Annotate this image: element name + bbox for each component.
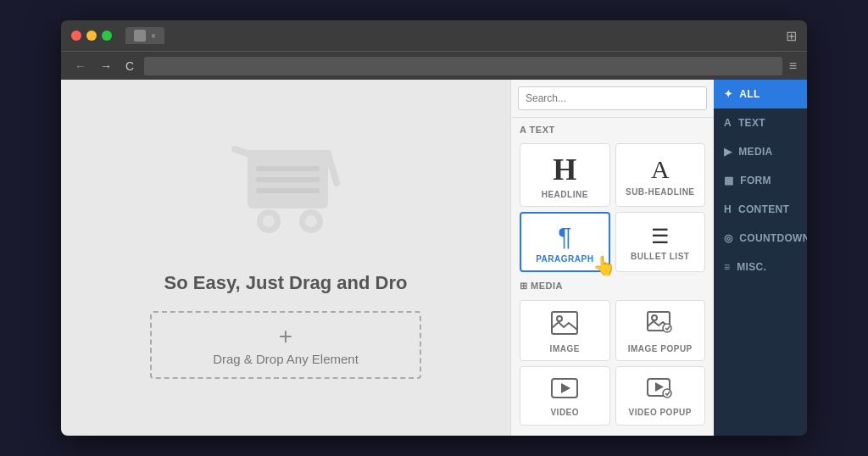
svg-point-11 — [652, 315, 657, 320]
sub-headline-element[interactable]: A SUB-HEADLINE — [615, 143, 706, 207]
misc-icon: ≡ — [724, 261, 730, 273]
text-section-label: A TEXT — [511, 118, 714, 138]
countdown-icon: ◎ — [724, 232, 732, 244]
drop-zone[interactable]: + Drag & Drop Any Element — [150, 311, 421, 379]
media-section-label: ⊞ MEDIA — [511, 277, 714, 295]
svg-rect-8 — [552, 312, 577, 334]
video-popup-label: VIDEO POPUP — [629, 408, 692, 417]
bullet-list-icon: ☰ — [651, 226, 670, 247]
element-panel: A TEXT H HEADLINE A SUB-HEADLINE ¶ — [510, 80, 714, 436]
url-bar[interactable] — [144, 57, 782, 75]
svg-marker-16 — [655, 382, 664, 392]
minimize-button[interactable] — [86, 31, 97, 41]
canvas-headline: So Easy, Just Drag and Dro — [164, 272, 408, 294]
svg-rect-2 — [256, 177, 320, 182]
image-element[interactable]: IMAGE — [520, 300, 610, 361]
svg-point-7 — [305, 215, 317, 227]
image-popup-element[interactable]: IMAGE POPUP — [615, 300, 706, 361]
cart-svg — [218, 136, 353, 255]
drop-zone-label: Drag & Drop Any Element — [213, 352, 359, 366]
back-button[interactable]: ← — [71, 58, 90, 75]
image-icon — [551, 311, 578, 339]
window-menu-icon[interactable]: ⊞ — [786, 28, 797, 44]
headline-element[interactable]: H HEADLINE — [520, 143, 610, 207]
media-icon: ▶ — [724, 146, 732, 158]
svg-point-17 — [663, 389, 671, 398]
headline-label: HEADLINE — [542, 190, 588, 199]
sidebar-item-content[interactable]: H CONTENT — [714, 195, 807, 224]
tab-favicon — [134, 30, 146, 42]
sidebar-item-countdown[interactable]: ◎ COUNTDOWN — [714, 224, 807, 253]
image-popup-icon — [647, 311, 674, 339]
svg-point-5 — [263, 215, 275, 227]
svg-marker-14 — [561, 383, 570, 393]
sidebar-item-all[interactable]: ✦ ALL — [714, 80, 807, 108]
sidebar-item-media[interactable]: ▶ MEDIA — [714, 137, 807, 166]
browser-tab[interactable]: × — [125, 27, 164, 44]
sidebar-item-form-label: FORM — [740, 175, 771, 186]
svg-point-12 — [663, 324, 671, 332]
sidebar-item-all-label: ALL — [739, 88, 760, 100]
content-icon: H — [724, 203, 732, 215]
maximize-button[interactable] — [102, 31, 112, 41]
svg-rect-1 — [256, 166, 320, 171]
sidebar-item-misc[interactable]: ≡ MISC. — [714, 253, 807, 281]
refresh-button[interactable]: C — [122, 58, 137, 75]
bullet-list-element[interactable]: ☰ BULLET LIST — [615, 212, 706, 272]
forward-button[interactable]: → — [97, 58, 115, 75]
address-bar: ← → C ≡ — [61, 51, 807, 80]
video-element[interactable]: VIDEO — [520, 366, 610, 425]
video-popup-element[interactable]: VIDEO POPUP — [615, 366, 706, 425]
sidebar-item-media-label: MEDIA — [738, 146, 772, 158]
video-icon — [551, 378, 578, 403]
close-button[interactable] — [71, 31, 81, 41]
sidebar-item-countdown-label: COUNTDOWN — [739, 232, 807, 244]
title-bar: × ⊞ — [61, 20, 807, 51]
element-search-input[interactable] — [518, 86, 707, 110]
sub-headline-icon: A — [651, 157, 670, 182]
paragraph-element[interactable]: ¶ PARAGRAPH 👆 — [520, 212, 610, 272]
text-icon: A — [724, 117, 732, 129]
media-elements-grid: IMAGE IMAGE PO — [511, 295, 714, 431]
tab-area: × — [125, 27, 164, 44]
panel-search-area — [511, 80, 714, 118]
all-icon: ✦ — [724, 88, 732, 100]
sidebar-item-misc-label: MISC. — [737, 261, 766, 273]
cart-illustration — [218, 136, 353, 255]
drop-zone-plus-icon: + — [279, 325, 292, 348]
sidebar-item-text[interactable]: A TEXT — [714, 108, 807, 137]
browser-menu-icon[interactable]: ≡ — [789, 58, 797, 74]
bullet-list-label: BULLET LIST — [631, 252, 689, 261]
paragraph-icon: ¶ — [558, 224, 571, 249]
sidebar-item-content-label: CONTENT — [738, 203, 789, 215]
panel-scroll-area: A TEXT H HEADLINE A SUB-HEADLINE ¶ — [511, 118, 714, 436]
paragraph-label: PARAGRAPH — [536, 254, 593, 264]
image-label: IMAGE — [550, 344, 580, 353]
headline-icon: H — [553, 154, 576, 185]
video-label: VIDEO — [550, 408, 579, 417]
browser-window: × ⊞ ← → C ≡ — [61, 20, 807, 436]
traffic-lights — [71, 31, 112, 41]
tab-close-icon[interactable]: × — [151, 31, 156, 41]
form-icon: ▦ — [724, 175, 733, 186]
cursor-icon: 👆 — [593, 255, 615, 277]
svg-rect-3 — [256, 188, 320, 193]
canvas-area: So Easy, Just Drag and Dro + Drag & Drop… — [61, 80, 510, 436]
image-popup-label: IMAGE POPUP — [628, 344, 693, 353]
sidebar-item-form[interactable]: ▦ FORM — [714, 166, 807, 195]
text-elements-grid: H HEADLINE A SUB-HEADLINE ¶ PARAGRAPH 👆 — [511, 138, 714, 277]
video-popup-icon — [647, 378, 674, 403]
main-area: So Easy, Just Drag and Dro + Drag & Drop… — [61, 80, 807, 436]
svg-point-9 — [557, 316, 562, 321]
sub-headline-label: SUB-HEADLINE — [626, 187, 695, 197]
right-sidebar: ✦ ALL A TEXT ▶ MEDIA ▦ FORM H CONTENT — [714, 80, 807, 436]
sidebar-item-text-label: TEXT — [738, 117, 765, 129]
